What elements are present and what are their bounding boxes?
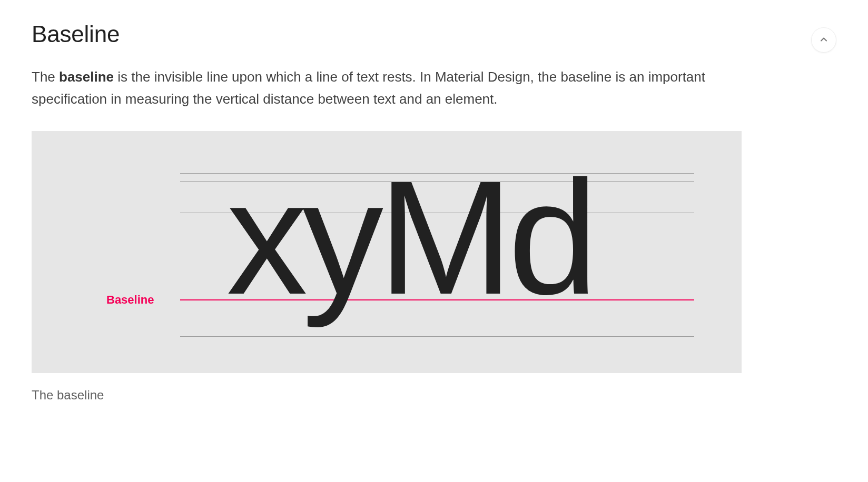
intro-paragraph: The baseline is the invisible line upon …: [32, 66, 737, 110]
collapse-section-button[interactable]: [811, 27, 836, 53]
section-heading: Baseline: [32, 21, 836, 47]
baseline-label: Baseline: [106, 293, 154, 307]
guide-line: [180, 336, 694, 337]
paragraph-bold-term: baseline: [59, 69, 114, 85]
baseline-figure: Baseline xyMd: [32, 131, 742, 373]
figure-caption: The baseline: [32, 388, 836, 403]
sample-letters: xyMd: [226, 156, 593, 318]
paragraph-rest: is the invisible line upon which a line …: [32, 69, 705, 107]
paragraph-prefix: The: [32, 69, 59, 85]
chevron-up-icon: [818, 34, 829, 46]
